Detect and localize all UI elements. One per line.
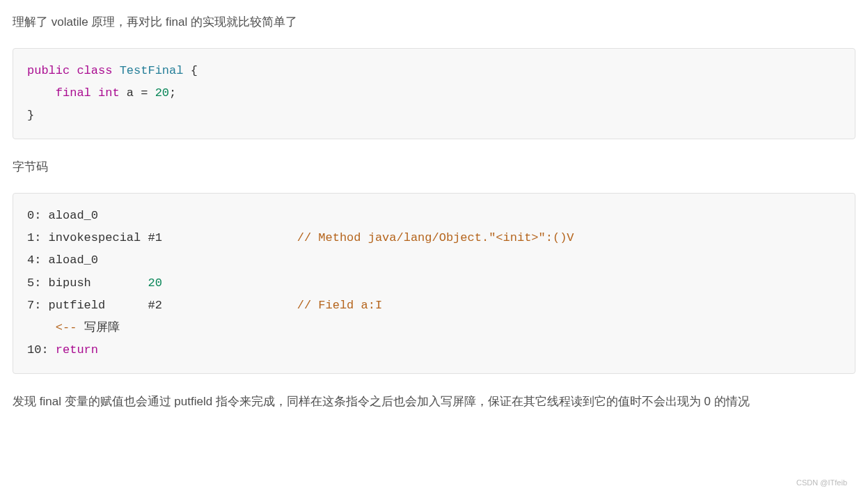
instr-bipush: bipush <box>49 276 91 290</box>
line-num-0: 0: <box>27 209 41 222</box>
barrier-arrow: <-- <box>56 321 77 334</box>
kw-class: class <box>77 64 112 77</box>
instr-return: return <box>56 343 98 357</box>
comment-init: // Method java/lang/Object."<init>":()V <box>297 231 574 244</box>
line-num-5: 5: <box>27 276 41 290</box>
paragraph-conclusion: 发现 final 变量的赋值也会通过 putfield 指令来完成，同样在这条指… <box>13 392 855 412</box>
comment-field: // Field a:I <box>297 299 382 312</box>
line-num-1: 1: <box>27 231 41 244</box>
kw-final: final <box>56 86 91 100</box>
instr-invokespecial: invokespecial #1 <box>49 231 162 244</box>
line-num-10: 10: <box>27 343 49 357</box>
semicolon: ; <box>169 86 176 100</box>
code-block-java: public class TestFinal { final int a = 2… <box>13 48 855 139</box>
barrier-text: 写屏障 <box>84 321 120 334</box>
var-assign: a = <box>127 86 155 100</box>
instr-aload0-2: aload_0 <box>49 253 98 267</box>
instr-aload0: aload_0 <box>49 209 98 222</box>
bipush-arg: 20 <box>148 276 161 290</box>
brace-open: { <box>191 64 198 77</box>
paragraph-bytecode-label: 字节码 <box>13 157 855 178</box>
line-num-4: 4: <box>27 253 41 267</box>
type-name: TestFinal <box>120 64 184 77</box>
line-num-7: 7: <box>27 299 41 312</box>
instr-putfield: putfield #2 <box>49 299 162 312</box>
paragraph-intro: 理解了 volatile 原理，再对比 final 的实现就比较简单了 <box>13 13 855 33</box>
brace-close: } <box>27 109 34 122</box>
kw-public: public <box>27 64 70 77</box>
kw-int: int <box>98 86 120 100</box>
num-literal: 20 <box>155 86 169 100</box>
code-block-bytecode: 0: aload_0 1: invokespecial #1 // Method… <box>13 193 855 374</box>
